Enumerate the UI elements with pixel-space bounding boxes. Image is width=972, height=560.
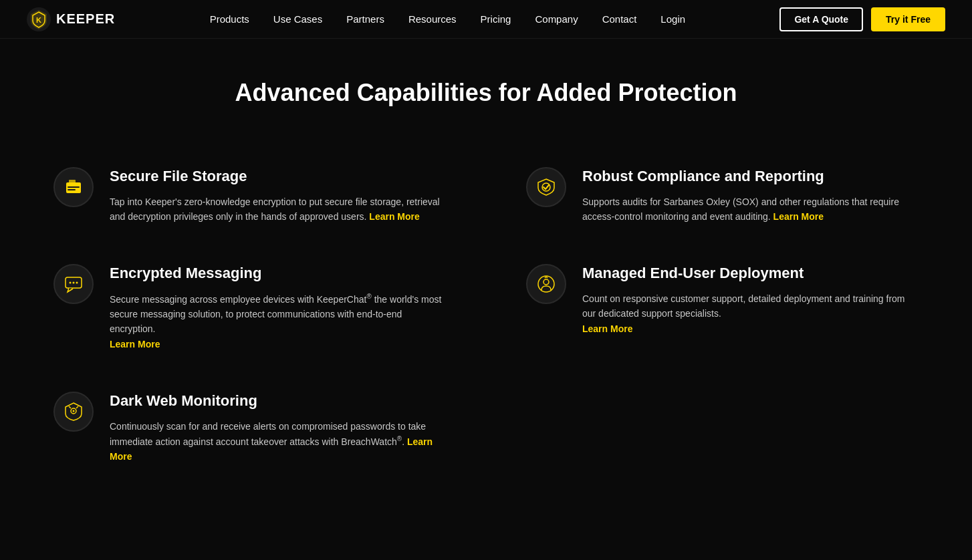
feature-dark-web-monitoring: Dark Web Monitoring Continuously scan fo… <box>40 372 486 484</box>
compliance-learn-more[interactable]: Learn More <box>773 211 824 222</box>
managed-deployment-content: Managed End-User Deployment Count on res… <box>582 264 919 336</box>
secure-file-storage-icon-circle <box>53 167 94 207</box>
deployment-icon-circle <box>526 264 566 304</box>
main-content: Advanced Capabilities for Added Protecti… <box>0 39 972 511</box>
nav-products[interactable]: Products <box>210 13 249 25</box>
svg-text:K: K <box>36 16 41 24</box>
svg-rect-3 <box>69 180 76 184</box>
dark-web-monitoring-desc: Continuously scan for and receive alerts… <box>110 419 446 464</box>
nav-pricing[interactable]: Pricing <box>481 13 511 25</box>
logo[interactable]: K KEEPER <box>27 7 115 31</box>
dark-web-monitoring-title: Dark Web Monitoring <box>110 392 446 411</box>
encrypted-messaging-title: Encrypted Messaging <box>110 264 446 283</box>
feature-managed-deployment: Managed End-User Deployment Count on res… <box>486 244 932 372</box>
file-storage-icon <box>64 177 84 197</box>
managed-deployment-learn-more[interactable]: Learn More <box>582 323 632 334</box>
encrypted-messaging-desc: Secure messaging across employee devices… <box>110 291 446 352</box>
compliance-content: Robust Compliance and Reporting Supports… <box>582 167 919 224</box>
secure-file-storage-title: Secure File Storage <box>110 167 446 186</box>
svg-rect-4 <box>68 186 80 188</box>
nav-partners[interactable]: Partners <box>346 13 384 25</box>
compliance-icon <box>536 177 556 197</box>
svg-point-8 <box>70 282 72 284</box>
svg-point-10 <box>76 282 78 284</box>
feature-compliance-reporting: Robust Compliance and Reporting Supports… <box>486 147 932 244</box>
svg-rect-5 <box>68 189 76 190</box>
compliance-desc: Supports audits for Sarbanes Oxley (SOX)… <box>582 194 919 225</box>
encrypted-messaging-content: Encrypted Messaging Secure messaging acr… <box>110 264 446 352</box>
dark-web-icon-circle <box>53 392 94 432</box>
dark-web-icon <box>64 402 84 422</box>
secure-file-storage-learn-more[interactable]: Learn More <box>369 211 419 222</box>
secure-file-storage-content: Secure File Storage Tap into Keeper's ze… <box>110 167 446 224</box>
try-it-free-button[interactable]: Try it Free <box>871 7 945 31</box>
nav-resources[interactable]: Resources <box>408 13 457 25</box>
page-title: Advanced Capabilities for Added Protecti… <box>40 79 932 107</box>
svg-point-11 <box>538 276 554 292</box>
feature-encrypted-messaging: Encrypted Messaging Secure messaging acr… <box>40 244 486 372</box>
dark-web-monitoring-content: Dark Web Monitoring Continuously scan fo… <box>110 392 446 464</box>
nav-use-cases[interactable]: Use Cases <box>273 13 322 25</box>
messaging-icon-circle <box>53 264 94 304</box>
nav-company[interactable]: Company <box>535 13 578 25</box>
managed-deployment-desc: Count on responsive customer support, de… <box>582 291 919 336</box>
keeper-logo-icon: K <box>27 7 51 31</box>
encrypted-messaging-learn-more[interactable]: Learn More <box>110 339 160 349</box>
compliance-title: Robust Compliance and Reporting <box>582 167 919 186</box>
nav-contact[interactable]: Contact <box>602 13 637 25</box>
get-a-quote-button[interactable]: Get A Quote <box>779 7 863 31</box>
svg-point-14 <box>73 410 75 412</box>
svg-point-9 <box>73 282 75 284</box>
managed-deployment-title: Managed End-User Deployment <box>582 264 919 283</box>
secure-file-storage-desc: Tap into Keeper's zero-knowledge encrypt… <box>110 194 446 225</box>
nav-login[interactable]: Login <box>660 13 685 25</box>
nav-links: Products Use Cases Partners Resources Pr… <box>210 13 685 25</box>
logo-text: KEEPER <box>56 11 115 27</box>
dark-web-monitoring-learn-more[interactable]: Learn More <box>110 436 433 462</box>
features-grid: Secure File Storage Tap into Keeper's ze… <box>40 147 932 484</box>
compliance-icon-circle <box>526 167 566 207</box>
nav-actions: Get A Quote Try it Free <box>779 7 945 31</box>
navbar: K KEEPER Products Use Cases Partners Res… <box>0 0 972 39</box>
deployment-icon <box>536 274 556 294</box>
feature-secure-file-storage: Secure File Storage Tap into Keeper's ze… <box>40 147 486 244</box>
messaging-icon <box>64 274 84 294</box>
